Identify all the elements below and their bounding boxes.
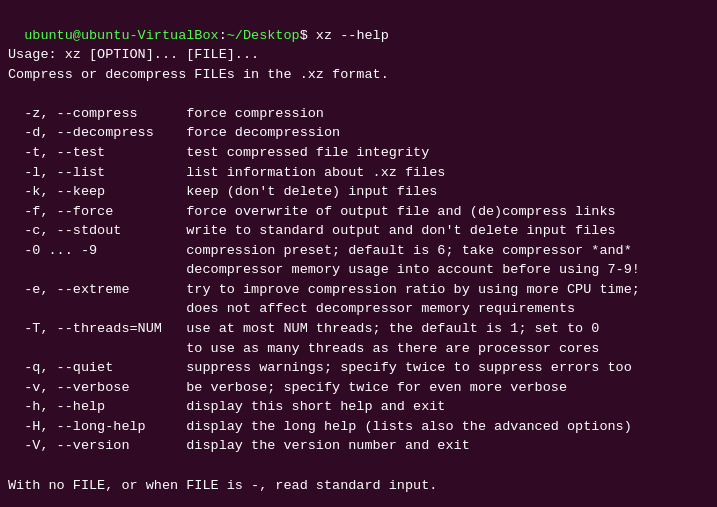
output-line-blank-2 (8, 458, 16, 473)
output-line-blank-3 (8, 497, 16, 507)
output-line-4: -d, --decompress force decompression (8, 125, 340, 140)
output-line-6: -l, --list list information about .xz fi… (8, 165, 445, 180)
output-line-17: -v, --verbose be verbose; specify twice … (8, 380, 567, 395)
output-line-21: With no FILE, or when FILE is -, read st… (8, 478, 437, 493)
output-line-16: -q, --quiet suppress warnings; specify t… (8, 360, 632, 375)
output-line-11: decompressor memory usage into account b… (8, 262, 640, 277)
output-line-20: -V, --version display the version number… (8, 438, 470, 453)
output-line-15: to use as many threads as there are proc… (8, 341, 599, 356)
output-line-10: -0 ... -9 compression preset; default is… (8, 243, 632, 258)
output-line-7: -k, --keep keep (don't delete) input fil… (8, 184, 437, 199)
output-line-2: Compress or decompress FILEs in the .xz … (8, 67, 389, 82)
prompt-cmd: $ xz --help (300, 28, 389, 43)
prompt-separator: : (219, 28, 227, 43)
output-line-1: Usage: xz [OPTION]... [FILE]... (8, 47, 259, 62)
output-line-9: -c, --stdout write to standard output an… (8, 223, 616, 238)
output-line-3: -z, --compress force compression (8, 106, 324, 121)
output-line-18: -h, --help display this short help and e… (8, 399, 445, 414)
output-line-8: -f, --force force overwrite of output fi… (8, 204, 616, 219)
output-line-12: -e, --extreme try to improve compression… (8, 282, 640, 297)
output-line-13: does not affect decompressor memory requ… (8, 301, 575, 316)
prompt-user: ubuntu@ubuntu-VirtualBox (24, 28, 218, 43)
output-line-14: -T, --threads=NUM use at most NUM thread… (8, 321, 599, 336)
output-line-5: -t, --test test compressed file integrit… (8, 145, 429, 160)
output-line-blank-1 (8, 86, 16, 101)
output-line-19: -H, --long-help display the long help (l… (8, 419, 632, 434)
prompt-path: ~/Desktop (227, 28, 300, 43)
terminal-window: ubuntu@ubuntu-VirtualBox:~/Desktop$ xz -… (0, 0, 717, 507)
